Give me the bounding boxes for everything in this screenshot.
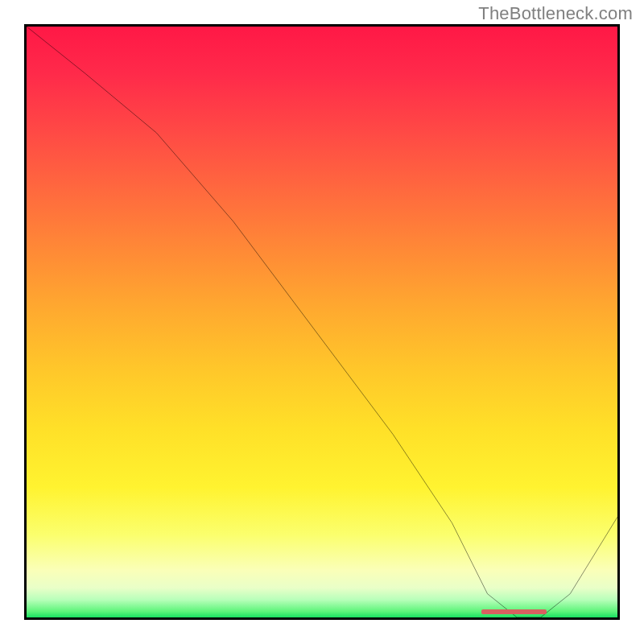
watermark-text: TheBottleneck.com — [478, 3, 633, 24]
line-chart-svg — [27, 27, 617, 617]
chart-line — [27, 27, 617, 617]
floor-marker — [481, 609, 547, 614]
plot-area — [24, 24, 620, 620]
